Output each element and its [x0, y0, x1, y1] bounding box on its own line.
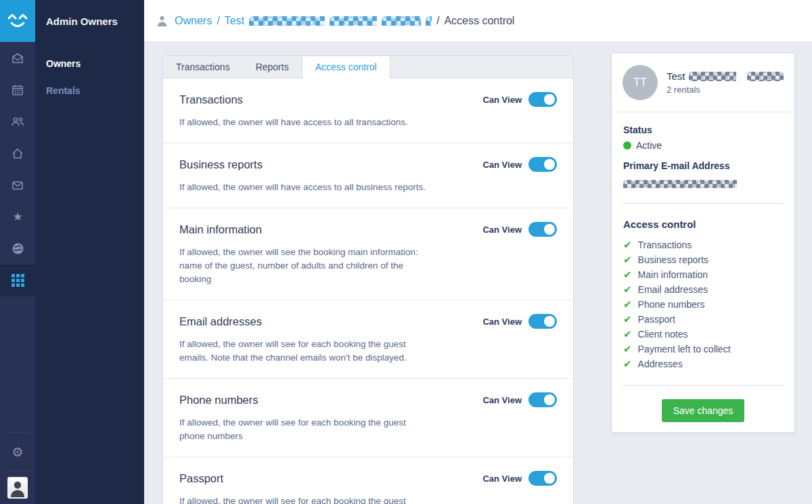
can-view-toggle[interactable]	[528, 314, 557, 329]
permission-description: If allowed, the owner will have access t…	[179, 116, 431, 129]
star-icon[interactable]: ★	[0, 201, 35, 233]
permission-title: Email addresses	[179, 315, 262, 328]
owner-access-summary: Access control ✔Transactions ✔Business r…	[612, 204, 794, 432]
permission-description: If allowed, the owner will have access t…	[179, 181, 431, 194]
toggle-label: Can View	[482, 160, 522, 170]
can-view-toggle[interactable]	[528, 222, 557, 237]
access-item-label: Addresses	[638, 359, 683, 369]
access-item-label: Client notes	[638, 329, 688, 340]
check-icon: ✔	[623, 239, 632, 251]
access-item-label: Passport	[638, 314, 675, 325]
breadcrumb-current: Access control	[444, 15, 514, 27]
save-changes-button[interactable]: Save changes	[662, 399, 745, 422]
sidebar-nav: Owners Rentals	[35, 42, 144, 104]
permission-description: If allowed, the owner will see the booki…	[179, 246, 431, 286]
smiley-logo-icon	[6, 11, 29, 31]
check-icon: ✔	[623, 298, 632, 311]
tab-reports[interactable]: Reports	[243, 56, 302, 78]
home-icon[interactable]	[0, 137, 35, 169]
mail-icon[interactable]	[0, 169, 35, 201]
user-profile-button[interactable]	[0, 472, 35, 504]
app-logo[interactable]	[0, 0, 35, 42]
status-dot-icon	[623, 141, 631, 150]
rail-bottom-group: ⚙	[0, 432, 35, 504]
toggle-label: Can View	[482, 317, 522, 327]
toggle-label: Can View	[482, 474, 522, 484]
permission-section-email-addresses: Email addresses Can View If allowed, the…	[163, 300, 573, 379]
permission-title: Business reports	[179, 158, 263, 171]
check-icon: ✔	[623, 254, 632, 266]
globe-icon[interactable]	[0, 233, 35, 265]
breadcrumb-separator: /	[217, 15, 219, 27]
toggle-label: Can View	[482, 225, 522, 235]
permission-title: Phone numbers	[179, 394, 258, 407]
breadcrumb-owner-link[interactable]: Test	[225, 15, 244, 27]
check-icon: ✔	[623, 269, 632, 281]
access-item: ✔Addresses	[623, 357, 783, 371]
permission-title: Passport	[179, 472, 223, 485]
person-icon	[156, 15, 168, 27]
access-item-label: Main information	[638, 269, 708, 280]
permission-section-passport: Passport Can View If allowed, the owner …	[163, 457, 573, 504]
permission-section-transactions: Transactions Can View If allowed, the ow…	[163, 78, 573, 143]
access-item-label: Payment left to collect	[638, 344, 731, 354]
can-view-toggle[interactable]	[528, 157, 557, 172]
access-item: ✔Client notes	[623, 327, 783, 342]
check-icon: ✔	[623, 313, 632, 325]
sidebar-item-owners[interactable]: Owners	[35, 50, 144, 77]
owner-initials-avatar: TT	[623, 65, 658, 100]
redacted-owner-name	[330, 16, 377, 26]
sidebar-item-rentals[interactable]: Rentals	[35, 77, 144, 104]
access-item: ✔Phone numbers	[623, 297, 783, 312]
owner-name: Test	[667, 70, 685, 82]
breadcrumb-owners-link[interactable]: Owners	[175, 15, 212, 27]
email-label: Primary E-mail Address	[623, 160, 783, 171]
sidebar: Admin Owners Owners Rentals	[35, 0, 144, 504]
check-icon: ✔	[623, 328, 632, 340]
permission-description: If allowed, the owner will see for each …	[179, 495, 431, 504]
redacted-email	[623, 180, 737, 188]
gear-icon[interactable]: ⚙	[0, 433, 35, 471]
redacted-owner-surname	[747, 72, 784, 81]
inbox-icon[interactable]	[0, 42, 35, 74]
workspace: Transactions Reports Access control Tran…	[144, 42, 812, 504]
sidebar-title: Admin Owners	[35, 0, 144, 42]
can-view-toggle[interactable]	[528, 392, 557, 407]
status-label: Status	[623, 124, 783, 135]
check-icon: ✔	[623, 343, 632, 355]
check-icon: ✔	[623, 283, 632, 296]
can-view-toggle[interactable]	[528, 92, 557, 107]
access-item: ✔Passport	[623, 312, 783, 327]
check-icon: ✔	[623, 358, 632, 370]
access-item-label: Email addresses	[638, 284, 708, 295]
permission-description: If allowed, the owner will see for each …	[179, 338, 431, 365]
redacted-owner-name	[426, 16, 432, 26]
access-item: ✔Transactions	[623, 237, 783, 252]
user-avatar-photo	[7, 477, 28, 499]
apps-grid-icon[interactable]	[0, 265, 35, 296]
tab-bar: Transactions Reports Access control	[163, 56, 573, 78]
icon-rail: ★ ⚙	[0, 0, 35, 504]
tab-access-control[interactable]: Access control	[302, 56, 390, 79]
permission-section-main-information: Main information Can View If allowed, th…	[163, 208, 573, 300]
access-item: ✔Main information	[623, 267, 783, 282]
toggle-label: Can View	[482, 395, 522, 405]
access-item: ✔Payment left to collect	[623, 342, 783, 357]
status-value: Active	[636, 140, 662, 151]
content-column: Owners / Test / Access control Transacti…	[144, 0, 812, 504]
permission-section-business-reports: Business reports Can View If allowed, th…	[163, 143, 573, 208]
can-view-toggle[interactable]	[528, 471, 557, 486]
calendar-icon[interactable]	[0, 74, 35, 106]
topbar: Owners / Test / Access control	[144, 0, 812, 42]
tab-transactions[interactable]: Transactions	[163, 56, 243, 78]
guests-icon[interactable]	[0, 106, 35, 137]
permission-title: Main information	[179, 223, 262, 236]
redacted-owner-surname	[689, 72, 736, 81]
access-item-label: Phone numbers	[638, 299, 705, 310]
owner-summary-panel: TT Test 2 rentals Status Active	[611, 53, 795, 433]
breadcrumb: Owners / Test / Access control	[156, 15, 514, 27]
access-item: ✔Email addresses	[623, 282, 783, 297]
access-summary-title: Access control	[623, 219, 783, 230]
permission-section-phone-numbers: Phone numbers Can View If allowed, the o…	[163, 379, 573, 457]
app-root: ★ ⚙ Admin Owners Owners Rentals	[0, 0, 812, 504]
